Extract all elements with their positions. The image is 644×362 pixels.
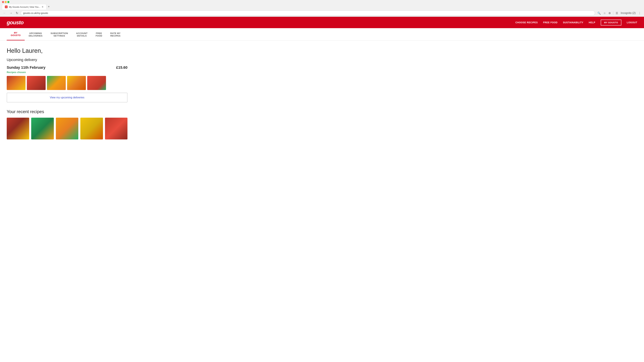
recent-recipe-1[interactable]: [7, 118, 29, 139]
recent-recipe-4[interactable]: [80, 118, 103, 139]
recent-recipe-3[interactable]: [56, 118, 78, 139]
site: gousto CHOOSE RECIPES FREE FOOD SUSTAINA…: [0, 17, 644, 146]
sidebar-btn[interactable]: ☰: [615, 11, 619, 15]
sub-nav: MYGOUSTO UPCOMINGDELIVERIES SUBSCRIPTION…: [0, 28, 644, 40]
menu-btn[interactable]: ⋮: [637, 11, 642, 15]
window-maximize-btn[interactable]: [8, 1, 10, 3]
header-nav: CHOOSE RECIPES FREE FOOD SUSTAINABILITY …: [515, 19, 637, 25]
delivery-date: Sunday 11th February: [7, 65, 46, 70]
nav-help[interactable]: HELP: [589, 21, 595, 24]
browser-titlebar: [0, 0, 644, 4]
tab-subscription-settings[interactable]: SUBSCRIPTIONSETTINGS: [46, 29, 72, 40]
recipe-image-4[interactable]: [67, 76, 86, 90]
delivery-status: Recipes chosen: [7, 71, 128, 73]
tab-rate-my-recipes[interactable]: RATE MYRECIPES: [106, 29, 124, 40]
tab-free-food[interactable]: FREEFOOD: [92, 29, 106, 40]
recipe-image-3[interactable]: [47, 76, 66, 90]
main-content: Hello Lauren, Upcoming delivery Sunday 1…: [0, 40, 134, 146]
greeting: Hello Lauren,: [7, 47, 128, 54]
incognito-btn[interactable]: Incognito (2): [620, 11, 636, 15]
address-bar[interactable]: gousto.co.uk/my-gousto: [21, 10, 595, 15]
back-btn[interactable]: ←: [2, 11, 7, 15]
window-minimize-btn[interactable]: [5, 1, 7, 3]
search-btn[interactable]: 🔍: [596, 11, 602, 15]
site-header: gousto CHOOSE RECIPES FREE FOOD SUSTAINA…: [0, 17, 644, 28]
recipe-image-1[interactable]: [7, 76, 26, 90]
tab-favicon: G: [5, 5, 8, 8]
tab-my-gousto[interactable]: MYGOUSTO: [7, 28, 25, 40]
tab-account-details[interactable]: ACCOUNTDETAILS: [72, 29, 92, 40]
nav-choose-recipes[interactable]: CHOOSE RECIPES: [515, 21, 538, 24]
window-close-btn[interactable]: [2, 1, 4, 3]
recipe-image-2[interactable]: [27, 76, 46, 90]
delivery-price: £15.60: [116, 65, 128, 70]
recent-recipes-grid: [7, 118, 128, 139]
reload-btn[interactable]: ↻: [15, 10, 19, 15]
address-text: gousto.co.uk/my-gousto: [23, 12, 592, 14]
browser-action-buttons: 🔍 ☆ ⚙ ☰ Incognito (2) ⋮: [596, 11, 642, 15]
tab-title: My Gousto Account | View You...: [9, 6, 40, 8]
extensions-btn[interactable]: ⚙: [608, 11, 612, 15]
tab-upcoming-deliveries[interactable]: UPCOMINGDELIVERIES: [25, 29, 46, 40]
new-tab-btn[interactable]: +: [46, 4, 51, 9]
recent-recipe-2[interactable]: [31, 118, 54, 139]
nav-free-food[interactable]: FREE FOOD: [543, 21, 558, 24]
upcoming-delivery-title: Upcoming delivery: [7, 58, 128, 62]
recent-recipes-title: Your recent recipes: [7, 109, 128, 114]
browser-chrome: G My Gousto Account | View You... ✕ + ← …: [0, 0, 644, 17]
incognito-label: Incognito (2): [621, 11, 636, 14]
view-deliveries-btn[interactable]: View my upcoming deliveries: [7, 93, 128, 102]
tab-close-btn[interactable]: ✕: [42, 5, 44, 8]
delivery-card: Sunday 11th February £15.60 Recipes chos…: [7, 65, 128, 102]
delivery-header: Sunday 11th February £15.60: [7, 65, 128, 70]
recipe-images-row: [7, 76, 128, 90]
logout-btn[interactable]: LOGOUT: [627, 21, 637, 24]
recipe-image-5[interactable]: [87, 76, 106, 90]
browser-nav-bar: ← → ↻ gousto.co.uk/my-gousto 🔍 ☆ ⚙ ☰ Inc…: [0, 9, 644, 16]
browser-tab-bar: G My Gousto Account | View You... ✕ +: [0, 4, 644, 9]
browser-tab-active[interactable]: G My Gousto Account | View You... ✕: [2, 4, 46, 9]
nav-sustainability[interactable]: SUSTAINABILITY: [563, 21, 583, 24]
bookmark-btn[interactable]: ☆: [602, 11, 607, 15]
forward-btn[interactable]: →: [8, 11, 14, 15]
site-logo[interactable]: gousto: [7, 19, 24, 26]
recent-recipe-5[interactable]: [105, 118, 128, 139]
my-gousto-btn[interactable]: MY GOUSTO: [601, 19, 621, 25]
